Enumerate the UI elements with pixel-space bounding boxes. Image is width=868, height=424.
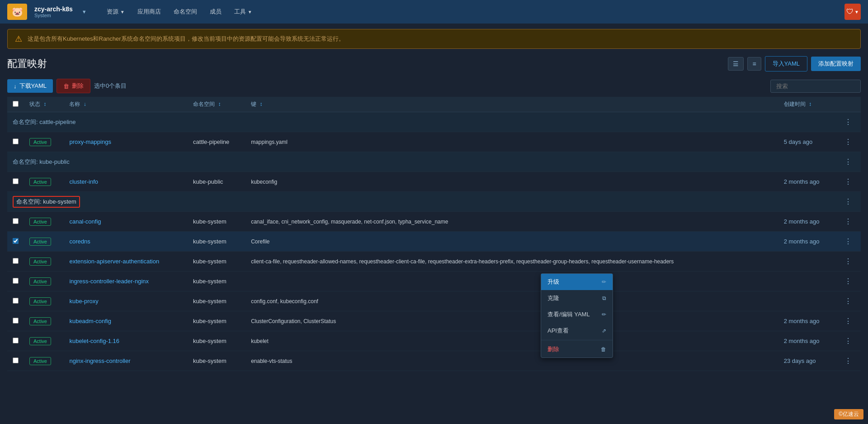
row-menu-button[interactable]: ⋮ <box>841 335 855 347</box>
namespace-group-row: 命名空间: kube-system⋮ <box>7 192 861 212</box>
nav-alert-button[interactable]: 🛡 ▼ <box>844 4 861 20</box>
config-name-link[interactable]: extension-apiserver-authentication <box>69 258 159 265</box>
namespace-cell: kube-system <box>188 232 245 252</box>
row-checkbox[interactable] <box>13 278 19 284</box>
row-checkbox[interactable] <box>13 178 19 184</box>
view-grid-button[interactable]: ≡ <box>747 57 761 71</box>
status-badge: Active <box>29 238 51 246</box>
row-checkbox[interactable] <box>13 258 19 264</box>
menu-item-edit-yaml[interactable]: 查看/编辑 YAML ✏ <box>541 306 613 323</box>
keys-cell: mappings.yaml <box>245 132 778 152</box>
table-row: Active proxy-mappings cattle-pipeline ma… <box>7 132 861 152</box>
col-created[interactable]: 创建时间 ↕ <box>778 97 835 112</box>
config-name-link[interactable]: canal-config <box>69 218 101 225</box>
col-namespace[interactable]: 命名空间 ↕ <box>188 97 245 112</box>
cluster-dropdown-icon[interactable]: ▼ <box>82 9 87 14</box>
delete-button[interactable]: 🗑 删除 <box>57 79 90 93</box>
keys-sort-icon: ↕ <box>259 101 262 107</box>
row-checkbox[interactable] <box>13 338 19 343</box>
created-cell: 23 days ago <box>778 351 835 371</box>
keys-cell: config.conf, kubeconfig.conf <box>245 291 778 311</box>
resources-arrow-icon: ▼ <box>120 10 125 14</box>
config-name-link[interactable]: coredns <box>69 238 90 245</box>
row-menu-button[interactable]: ⋮ <box>841 136 855 148</box>
row-menu-button[interactable]: ⋮ <box>841 355 855 367</box>
name-sort-icon: ↓ <box>84 101 86 107</box>
col-name[interactable]: 名称 ↓ <box>64 97 188 112</box>
namespace-menu-button[interactable]: ⋮ <box>841 156 855 168</box>
main-nav: 资源 ▼ 应用商店 命名空间 成员 工具 ▼ <box>101 5 258 19</box>
keys-cell: client-ca-file, requestheader-allowed-na… <box>245 252 778 272</box>
nav-item-members[interactable]: 成员 <box>204 5 227 19</box>
config-name-link[interactable]: nginx-ingress-controller <box>69 357 130 364</box>
menu-item-clone[interactable]: 克隆 ⧉ <box>541 290 613 306</box>
status-badge: Active <box>29 357 51 365</box>
row-menu-button[interactable]: ⋮ <box>841 235 855 248</box>
config-name-link[interactable]: kube-proxy <box>69 298 98 305</box>
row-menu-button[interactable]: ⋮ <box>841 215 855 228</box>
config-name-link[interactable]: cluster-info <box>69 178 98 185</box>
table-row: Active ingress-controller-leader-nginx k… <box>7 272 861 291</box>
config-name-link[interactable]: kubeadm-config <box>69 318 111 324</box>
table-row: Active nginx-ingress-controller kube-sys… <box>7 351 861 371</box>
created-cell: 2 months ago <box>778 232 835 252</box>
view-list-button[interactable]: ☰ <box>728 57 744 71</box>
download-yaml-button[interactable]: ↓ 下载YAML <box>7 79 53 93</box>
toolbar: ↓ 下载YAML 🗑 删除 选中0个条目 <box>7 79 861 93</box>
row-checkbox[interactable] <box>13 238 19 244</box>
row-checkbox[interactable] <box>13 298 19 304</box>
page-header-actions: ☰ ≡ 导入YAML 添加配置映射 <box>728 56 861 71</box>
keys-cell: Corefile <box>245 232 778 252</box>
created-cell <box>778 291 835 311</box>
menu-item-upgrade[interactable]: 升级 ✏ <box>541 274 613 290</box>
col-keys[interactable]: 键 ↕ <box>245 97 778 112</box>
created-cell: 5 days ago <box>778 132 835 152</box>
nav-cluster[interactable]: zcy-arch-k8s System <box>34 5 73 18</box>
nav-item-appstore[interactable]: 应用商店 <box>132 5 166 19</box>
row-checkbox[interactable] <box>13 357 19 363</box>
status-badge: Active <box>29 138 51 146</box>
row-menu-button[interactable]: ⋮ <box>841 176 855 188</box>
menu-item-delete[interactable]: 删除 🗑 <box>541 341 613 357</box>
select-all-checkbox[interactable] <box>13 101 19 107</box>
nav-item-resources[interactable]: 资源 ▼ <box>101 5 130 19</box>
row-checkbox[interactable] <box>13 138 19 144</box>
created-cell <box>778 272 835 291</box>
created-cell: 2 months ago <box>778 331 835 351</box>
row-menu-button[interactable]: ⋮ <box>841 315 855 327</box>
namespace-label: 命名空间: kube-system <box>13 196 80 208</box>
status-badge: Active <box>29 317 51 325</box>
search-input[interactable] <box>770 80 861 93</box>
context-menu: 升级 ✏ 克隆 ⧉ 查看/编辑 YAML ✏ API查看 ⇗ 删除 🗑 <box>541 273 613 358</box>
import-yaml-button[interactable]: 导入YAML <box>765 56 807 71</box>
namespace-cell: kube-public <box>188 172 245 192</box>
namespace-sort-icon: ↕ <box>218 101 221 107</box>
top-nav: 🐷 zcy-arch-k8s System ▼ 资源 ▼ 应用商店 命名空间 成… <box>0 0 868 24</box>
namespace-cell: cattle-pipeline <box>188 132 245 152</box>
keys-cell: canal_iface, cni_network_config, masquer… <box>245 212 778 232</box>
row-checkbox[interactable] <box>13 318 19 324</box>
row-menu-button[interactable]: ⋮ <box>841 275 855 287</box>
config-name-link[interactable]: ingress-controller-leader-nginx <box>69 278 149 285</box>
menu-item-api[interactable]: API查看 ⇗ <box>541 323 613 339</box>
add-config-button[interactable]: 添加配置映射 <box>811 57 861 71</box>
status-badge: Active <box>29 257 51 266</box>
col-status[interactable]: 状态 ↕ <box>24 97 64 112</box>
namespace-menu-button[interactable]: ⋮ <box>841 116 855 128</box>
table-header-row: 状态 ↕ 名称 ↓ 命名空间 ↕ 键 ↕ <box>7 97 861 112</box>
namespace-label: 命名空间: kube-public <box>13 158 70 165</box>
row-menu-button[interactable]: ⋮ <box>841 295 855 307</box>
created-cell: 2 months ago <box>778 172 835 192</box>
table-row: Active kubelet-config-1.16 kube-system k… <box>7 331 861 351</box>
nav-item-namespace[interactable]: 命名空间 <box>168 5 203 19</box>
nav-item-tools[interactable]: 工具 ▼ <box>229 5 258 19</box>
namespace-menu-button[interactable]: ⋮ <box>841 195 855 208</box>
row-menu-button[interactable]: ⋮ <box>841 255 855 267</box>
namespace-group-row: 命名空间: kube-public⋮ <box>7 152 861 172</box>
row-checkbox[interactable] <box>13 218 19 224</box>
delete-icon: 🗑 <box>63 83 69 90</box>
status-badge: Active <box>29 297 51 305</box>
config-name-link[interactable]: proxy-mappings <box>69 138 111 145</box>
config-name-link[interactable]: kubelet-config-1.16 <box>69 338 119 344</box>
nav-logo: 🐷 <box>7 4 27 20</box>
